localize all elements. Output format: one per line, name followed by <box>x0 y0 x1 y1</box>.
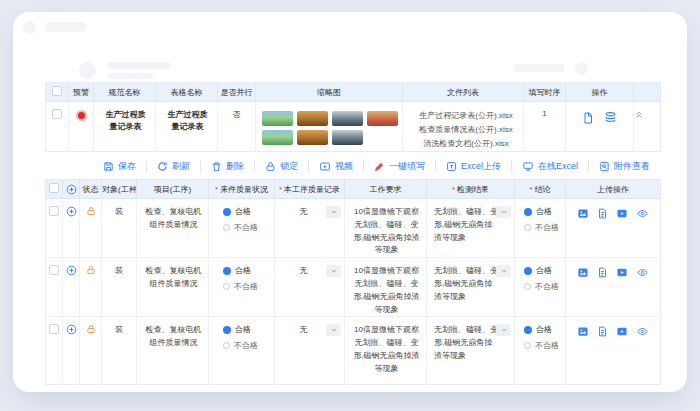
image-upload-icon[interactable] <box>577 267 589 278</box>
test-result-cell[interactable]: 无划痕、磕碰、变形,磁钢无崩角掉渣等现象 <box>427 199 515 258</box>
eye-preview-icon[interactable] <box>636 326 649 337</box>
process-record-cell[interactable]: 无 <box>275 258 345 317</box>
thumbnail-image[interactable] <box>262 111 293 126</box>
thumbnail-image[interactable] <box>367 111 398 126</box>
radio-qualified[interactable]: 合格 <box>223 265 251 276</box>
save-button[interactable]: 保存 <box>93 160 146 173</box>
process-record-cell[interactable]: 无 <box>275 199 345 258</box>
plus-circle-icon[interactable] <box>66 324 77 335</box>
video-upload-icon[interactable] <box>616 208 628 219</box>
conclusion-header: *结论 <box>515 180 566 199</box>
row-checkbox[interactable] <box>49 324 59 334</box>
row-select-cell[interactable] <box>46 258 63 317</box>
required-mark: * <box>452 185 455 194</box>
excel-upload-button[interactable]: Excel上传 <box>435 160 511 173</box>
radio-qualified[interactable]: 合格 <box>524 324 552 335</box>
radio-qualified[interactable]: 合格 <box>223 324 251 335</box>
row-checkbox[interactable] <box>52 109 62 119</box>
eye-preview-icon[interactable] <box>636 267 649 278</box>
collapse-cell[interactable] <box>634 102 661 152</box>
pen-icon <box>374 161 385 172</box>
delete-button[interactable]: 删除 <box>200 160 254 173</box>
doc-upload-icon[interactable] <box>597 267 608 278</box>
ghost-shape <box>575 62 588 75</box>
chevron-down-icon[interactable] <box>496 324 511 336</box>
plus-circle-icon[interactable] <box>66 206 77 217</box>
ghost-shape <box>513 64 565 72</box>
online-excel-button[interactable]: 在线Excel <box>511 160 588 173</box>
radio-qualified[interactable]: 合格 <box>524 206 552 217</box>
video-upload-icon[interactable] <box>616 267 628 278</box>
process-row: 装 检查、复核电机组件质量情况 合格 不合格 无 10倍显微镜下观察无划痕、磕碰… <box>46 317 661 385</box>
test-result-cell[interactable]: 无划痕、磕碰、变形,磁钢无崩角掉渣等现象 <box>427 258 515 317</box>
select-all-header[interactable] <box>46 83 69 102</box>
radio-unselected-icon <box>524 224 531 231</box>
file-doc-icon[interactable] <box>582 112 594 124</box>
radio-unqualified[interactable]: 不合格 <box>524 222 559 233</box>
image-upload-icon[interactable] <box>577 326 589 337</box>
thumbnail-cell <box>256 102 403 152</box>
plus-circle-icon[interactable] <box>66 184 77 195</box>
test-result-cell[interactable]: 无划痕、磕碰、变形,磁钢无崩角掉渣等现象 <box>427 317 515 385</box>
video-upload-icon[interactable] <box>616 326 628 337</box>
thumbnail-image[interactable] <box>262 130 293 145</box>
status-cell <box>80 317 102 385</box>
thumbnail-image[interactable] <box>297 111 328 126</box>
thumbnail-image[interactable] <box>297 130 328 145</box>
radio-unselected-icon <box>524 283 531 290</box>
radio-selected-icon <box>524 267 532 275</box>
process-record-cell[interactable]: 无 <box>275 317 345 385</box>
ghost-shape <box>107 73 153 79</box>
row-checkbox[interactable] <box>49 265 59 275</box>
file-link[interactable]: 清洗检查文档(公开).xlsx <box>413 137 519 151</box>
row-select-cell[interactable] <box>46 199 63 258</box>
file-link[interactable]: 生产过程记录表(公开).xlsx <box>413 109 519 123</box>
lock-status-icon <box>86 324 96 334</box>
object-cell: 装 <box>102 317 137 385</box>
select-all-header[interactable] <box>46 180 63 199</box>
required-mark: * <box>279 185 282 194</box>
eye-preview-icon[interactable] <box>636 208 649 219</box>
image-upload-icon[interactable] <box>577 208 589 219</box>
radio-unqualified[interactable]: 不合格 <box>524 340 559 351</box>
radio-unqualified[interactable]: 不合格 <box>223 222 258 233</box>
radio-unqualified[interactable]: 不合格 <box>524 281 559 292</box>
doc-upload-icon[interactable] <box>597 326 608 337</box>
add-row-cell[interactable] <box>63 317 80 385</box>
collapse-up-icon[interactable] <box>634 109 660 119</box>
layers-icon[interactable] <box>604 111 617 124</box>
add-row-cell[interactable] <box>63 199 80 258</box>
chevron-down-icon[interactable] <box>326 265 341 277</box>
thumbnail-image[interactable] <box>332 111 363 126</box>
doc-upload-icon[interactable] <box>597 208 608 219</box>
lock-button[interactable]: 锁定 <box>254 160 308 173</box>
radio-unqualified[interactable]: 不合格 <box>223 340 258 351</box>
chevron-down-icon[interactable] <box>326 206 341 218</box>
radio-unqualified[interactable]: 不合格 <box>223 281 258 292</box>
row-checkbox[interactable] <box>49 206 59 216</box>
chevron-down-icon[interactable] <box>326 324 341 336</box>
online-excel-icon <box>522 161 534 172</box>
video-button[interactable]: 视频 <box>308 160 363 173</box>
one-key-fill-button[interactable]: 一键填写 <box>363 160 435 173</box>
select-value: 无 <box>300 207 308 216</box>
file-link[interactable]: 检查质量情况表(公开).xlsx <box>413 123 519 137</box>
add-row-cell[interactable] <box>63 258 80 317</box>
add-row-header[interactable] <box>63 180 80 199</box>
chevron-down-icon[interactable] <box>496 206 511 218</box>
radio-qualified[interactable]: 合格 <box>524 265 552 276</box>
work-requirement-cell: 10倍显微镜下观察无划痕、磕碰、变形,磁钢无崩角掉渣等现象 <box>345 199 427 258</box>
refresh-button[interactable]: 刷新 <box>146 160 200 173</box>
attachment-view-button[interactable]: 附件查看 <box>588 160 660 173</box>
row-select-cell[interactable] <box>46 102 69 152</box>
row-select-cell[interactable] <box>46 317 63 385</box>
chevron-down-icon[interactable] <box>496 265 511 277</box>
select-all-checkbox[interactable] <box>52 86 62 96</box>
select-all-checkbox[interactable] <box>49 183 59 193</box>
button-label: 保存 <box>118 160 136 173</box>
thumbnail-image[interactable] <box>332 130 363 145</box>
process-table-header-row: 状态 对象(工种) 项目(工序) *来件质量状况 *本工序质量记录 工作要求 *… <box>46 180 661 199</box>
plus-circle-icon[interactable] <box>66 265 77 276</box>
radio-selected-icon <box>524 326 532 334</box>
radio-qualified[interactable]: 合格 <box>223 206 251 217</box>
